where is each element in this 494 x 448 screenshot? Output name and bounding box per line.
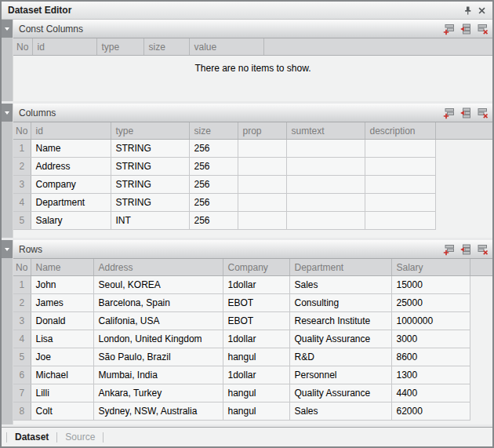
- row-number-cell[interactable]: 1: [13, 140, 31, 158]
- row-number-cell[interactable]: 4: [13, 330, 31, 348]
- row-number-cell[interactable]: 3: [13, 312, 31, 330]
- tab-source[interactable]: Source: [58, 432, 102, 443]
- cell[interactable]: 1dollar: [223, 276, 289, 294]
- cell[interactable]: [238, 212, 286, 230]
- cell[interactable]: EBOT: [223, 312, 289, 330]
- cell[interactable]: Salary: [31, 212, 111, 230]
- cell[interactable]: R&D: [289, 348, 391, 366]
- cell[interactable]: [238, 140, 286, 158]
- cell[interactable]: [286, 158, 365, 176]
- cell[interactable]: STRING: [111, 194, 189, 212]
- cell[interactable]: Joe: [31, 348, 93, 366]
- cell[interactable]: 8600: [391, 348, 470, 366]
- pin-button[interactable]: [460, 4, 474, 16]
- row-number-cell[interactable]: 6: [13, 366, 31, 384]
- cell[interactable]: 256: [189, 158, 238, 176]
- cell[interactable]: hangul: [223, 402, 289, 421]
- column-header-prop[interactable]: prop: [238, 122, 286, 140]
- cell[interactable]: Quality Assurance: [289, 330, 391, 348]
- cell[interactable]: Barcelona, Spain: [93, 294, 223, 312]
- cell[interactable]: 62000: [391, 402, 470, 421]
- cell[interactable]: 1000000: [391, 312, 470, 330]
- cell[interactable]: Califonia, USA: [93, 312, 223, 330]
- cell[interactable]: 1300: [391, 366, 470, 384]
- cell[interactable]: hangul: [223, 348, 289, 366]
- column-header-address[interactable]: Address: [93, 259, 223, 276]
- cell[interactable]: 4400: [391, 384, 470, 402]
- cell[interactable]: Sales: [289, 276, 391, 294]
- cell[interactable]: [365, 158, 435, 176]
- row-number-cell[interactable]: 1: [13, 276, 31, 294]
- cell[interactable]: 15000: [391, 276, 470, 294]
- cell[interactable]: [238, 158, 286, 176]
- delete-row-button[interactable]: [474, 22, 489, 36]
- cell[interactable]: Company: [31, 176, 111, 194]
- section-collapse-button[interactable]: [2, 104, 13, 122]
- column-header-no[interactable]: No: [13, 122, 31, 140]
- cell[interactable]: [238, 194, 286, 212]
- section-collapse-button[interactable]: [2, 20, 13, 38]
- row-number-cell[interactable]: 3: [13, 176, 31, 194]
- cell[interactable]: 256: [189, 194, 238, 212]
- cell[interactable]: Address: [31, 158, 111, 176]
- cell[interactable]: Quality Assurance: [289, 384, 391, 402]
- cell[interactable]: [286, 140, 365, 158]
- cell[interactable]: London, United Kingdom: [93, 330, 223, 348]
- column-header-id[interactable]: id: [32, 38, 96, 56]
- column-header-id[interactable]: id: [31, 122, 111, 140]
- cell[interactable]: [365, 140, 435, 158]
- row-number-cell[interactable]: 5: [13, 212, 31, 230]
- section-collapse-button[interactable]: [2, 240, 13, 258]
- column-header-description[interactable]: description: [365, 122, 435, 140]
- cell[interactable]: Sales: [289, 402, 391, 421]
- column-header-department[interactable]: Department: [289, 259, 391, 276]
- cell[interactable]: Colt: [31, 402, 93, 421]
- column-header-sumtext[interactable]: sumtext: [286, 122, 365, 140]
- row-number-cell[interactable]: 2: [13, 294, 31, 312]
- cell[interactable]: [238, 176, 286, 194]
- cell[interactable]: Department: [31, 194, 111, 212]
- cell[interactable]: STRING: [111, 140, 189, 158]
- cell[interactable]: Sydney, NSW, Australia: [93, 402, 223, 421]
- cell[interactable]: Consulting: [289, 294, 391, 312]
- cell[interactable]: 1dollar: [223, 330, 289, 348]
- cell[interactable]: 256: [189, 176, 238, 194]
- cell[interactable]: [286, 212, 365, 230]
- delete-row-button[interactable]: [474, 242, 489, 257]
- column-header-value[interactable]: value: [189, 38, 263, 56]
- cell[interactable]: EBOT: [223, 294, 289, 312]
- cell[interactable]: Research Institute: [289, 312, 391, 330]
- cell[interactable]: 1dollar: [223, 366, 289, 384]
- cell[interactable]: [365, 194, 435, 212]
- row-number-cell[interactable]: 8: [13, 402, 31, 421]
- cell[interactable]: hangul: [223, 384, 289, 402]
- row-number-cell[interactable]: 4: [13, 194, 31, 212]
- row-number-cell[interactable]: 7: [13, 384, 31, 402]
- column-header-size[interactable]: size: [143, 38, 189, 56]
- cell[interactable]: Donald: [31, 312, 93, 330]
- cell[interactable]: 3000: [391, 330, 470, 348]
- cell[interactable]: [365, 176, 435, 194]
- column-header-name[interactable]: Name: [31, 259, 93, 276]
- column-header-type[interactable]: type: [111, 122, 189, 140]
- cell[interactable]: 256: [189, 140, 238, 158]
- cell[interactable]: [286, 176, 365, 194]
- cell[interactable]: [365, 212, 435, 230]
- cell[interactable]: Michael: [31, 366, 93, 384]
- cell[interactable]: 25000: [391, 294, 470, 312]
- row-number-cell[interactable]: 2: [13, 158, 31, 176]
- cell[interactable]: [286, 194, 365, 212]
- cell[interactable]: STRING: [111, 176, 189, 194]
- cell[interactable]: Name: [31, 140, 111, 158]
- add-row-button[interactable]: [441, 242, 456, 257]
- column-header-no[interactable]: No: [13, 38, 32, 56]
- add-row-button[interactable]: [441, 106, 456, 120]
- cell[interactable]: Lisa: [31, 330, 93, 348]
- insert-row-button[interactable]: [458, 22, 473, 36]
- cell[interactable]: Seoul, KOREA: [93, 276, 223, 294]
- column-header-no[interactable]: No: [13, 259, 31, 276]
- cell[interactable]: Personnel: [289, 366, 391, 384]
- close-button[interactable]: [474, 4, 489, 16]
- cell[interactable]: 256: [189, 212, 238, 230]
- cell[interactable]: Ankara, Turkey: [93, 384, 223, 402]
